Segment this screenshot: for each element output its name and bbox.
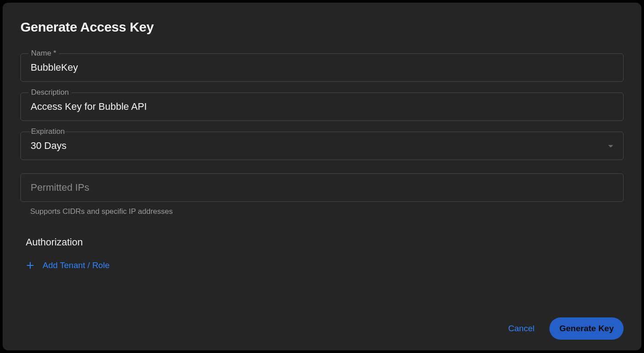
generate-key-button[interactable]: Generate Key <box>549 317 624 340</box>
expiration-select[interactable]: 30 Days <box>20 132 624 160</box>
cancel-button[interactable]: Cancel <box>505 319 537 338</box>
description-input[interactable] <box>20 92 624 121</box>
generate-access-key-modal: Generate Access Key Name * Description E… <box>3 3 641 350</box>
expiration-select-wrap[interactable]: 30 Days <box>20 132 624 160</box>
permitted-ips-helper: Supports CIDRs and specific IP addresses <box>30 207 624 216</box>
description-field-wrap: Description <box>20 92 624 121</box>
authorization-section-title: Authorization <box>26 237 624 248</box>
expiration-field-wrap: Expiration 30 Days <box>20 132 624 160</box>
permitted-ips-input[interactable] <box>20 173 624 202</box>
description-label: Description <box>28 88 72 97</box>
modal-title: Generate Access Key <box>20 20 624 35</box>
permitted-ips-field-wrap: Supports CIDRs and specific IP addresses <box>20 173 624 216</box>
plus-icon <box>26 261 35 270</box>
name-input[interactable] <box>20 53 624 82</box>
name-label: Name * <box>28 49 59 58</box>
name-field-wrap: Name * <box>20 53 624 82</box>
add-tenant-role-button[interactable]: Add Tenant / Role <box>26 261 624 270</box>
modal-footer: Cancel Generate Key <box>505 317 624 340</box>
add-tenant-role-label: Add Tenant / Role <box>43 261 110 270</box>
